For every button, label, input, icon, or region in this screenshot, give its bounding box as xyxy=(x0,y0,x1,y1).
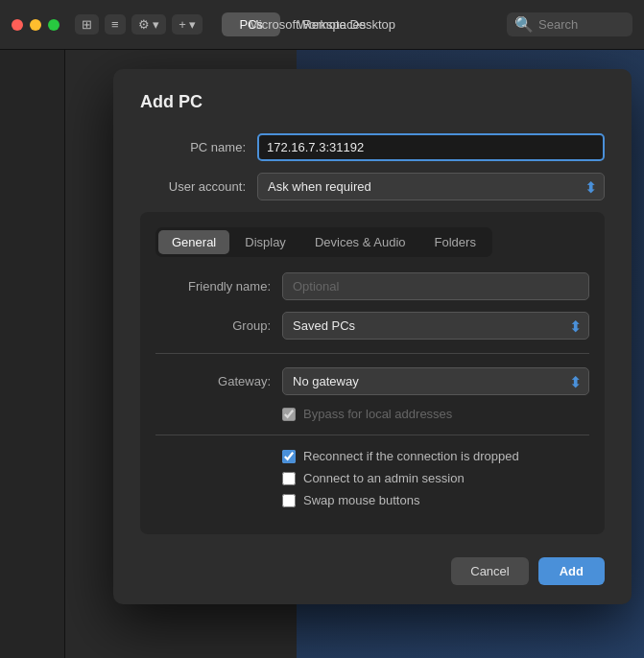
pc-name-label: PC name: xyxy=(140,140,246,154)
tab-display[interactable]: Display xyxy=(231,230,299,254)
friendly-name-input[interactable] xyxy=(282,272,589,300)
dialog-title: Add PC xyxy=(140,92,605,112)
group-select-wrapper: Saved PCs ⬍ xyxy=(282,312,589,340)
bypass-row: Bypass for local addresses xyxy=(155,407,589,421)
reconnect-row: Reconnect if the connection is dropped xyxy=(155,449,589,463)
user-account-select[interactable]: Ask when requiredAdd User Account... xyxy=(257,173,605,200)
swap-mouse-checkbox[interactable] xyxy=(282,494,296,507)
pc-name-input[interactable] xyxy=(257,133,605,161)
group-label: Group: xyxy=(155,318,271,333)
sidebar xyxy=(0,50,65,658)
tab-folders[interactable]: Folders xyxy=(421,230,489,254)
gateway-row: Gateway: No gateway ⬍ xyxy=(155,367,589,395)
group-row: Group: Saved PCs ⬍ xyxy=(155,312,589,340)
reconnect-checkbox[interactable] xyxy=(282,450,296,463)
list-view-button[interactable]: ≡ xyxy=(105,14,126,35)
admin-session-label: Connect to an admin session xyxy=(303,471,465,485)
inner-tabs-panel: General Display Devices & Audio Folders … xyxy=(140,212,605,534)
tab-devices-audio[interactable]: Devices & Audio xyxy=(301,230,419,254)
add-button[interactable]: Add xyxy=(538,557,605,585)
friendly-name-row: Friendly name: xyxy=(155,272,589,300)
traffic-lights xyxy=(12,19,60,31)
bypass-label: Bypass for local addresses xyxy=(303,407,452,421)
minimize-button[interactable] xyxy=(30,19,41,31)
swap-mouse-label: Swap mouse buttons xyxy=(303,493,419,507)
titlebar: ⊞ ≡ ⚙ ▾ + ▾ PCs Workspaces Microsoft Rem… xyxy=(0,0,644,50)
pc-name-row: PC name: xyxy=(140,133,605,161)
grid-view-button[interactable]: ⊞ xyxy=(75,14,99,35)
user-account-label: User account: xyxy=(140,179,246,194)
user-account-row: User account: Ask when requiredAdd User … xyxy=(140,173,605,200)
gateway-select-wrapper: No gateway ⬍ xyxy=(282,367,589,395)
dialog-backdrop: Add PC PC name: User account: Ask when r… xyxy=(65,50,644,658)
gateway-select[interactable]: No gateway xyxy=(282,367,589,395)
gateway-label: Gateway: xyxy=(155,374,271,388)
add-button[interactable]: + ▾ xyxy=(172,14,203,35)
close-button[interactable] xyxy=(12,19,23,31)
settings-button[interactable]: ⚙ ▾ xyxy=(131,14,167,35)
dialog-footer: Cancel Add xyxy=(140,557,605,585)
user-account-select-wrapper: Ask when requiredAdd User Account... ⬍ xyxy=(257,173,605,200)
section-divider-2 xyxy=(155,435,589,435)
group-select[interactable]: Saved PCs xyxy=(282,312,589,340)
app-title: Microsoft Remote Desktop xyxy=(249,17,395,32)
main-area: Add PC PC name: User account: Ask when r… xyxy=(0,50,644,658)
admin-session-row: Connect to an admin session xyxy=(155,471,589,485)
cancel-button[interactable]: Cancel xyxy=(451,557,528,585)
admin-session-checkbox[interactable] xyxy=(282,472,296,485)
toolbar-icons: ⊞ ≡ ⚙ ▾ + ▾ xyxy=(75,14,203,35)
search-input[interactable] xyxy=(538,17,625,32)
maximize-button[interactable] xyxy=(48,19,60,31)
search-icon: 🔍 xyxy=(514,15,534,34)
friendly-name-label: Friendly name: xyxy=(155,279,271,294)
reconnect-label: Reconnect if the connection is dropped xyxy=(303,449,519,463)
bypass-checkbox[interactable] xyxy=(282,408,296,421)
swap-mouse-row: Swap mouse buttons xyxy=(155,493,589,507)
tab-general[interactable]: General xyxy=(158,230,229,254)
add-pc-dialog: Add PC PC name: User account: Ask when r… xyxy=(113,69,632,604)
search-bar[interactable]: 🔍 xyxy=(507,12,632,36)
inner-tab-bar: General Display Devices & Audio Folders xyxy=(155,227,492,257)
section-divider-1 xyxy=(155,353,589,354)
